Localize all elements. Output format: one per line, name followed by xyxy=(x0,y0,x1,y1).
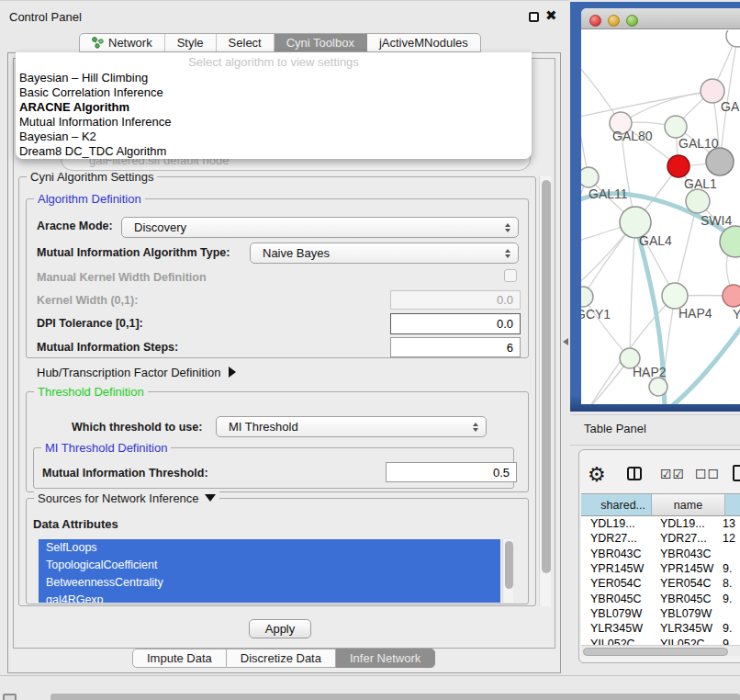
table-row[interactable]: YLR345WYLR345W9. xyxy=(581,621,740,636)
table-row[interactable]: YBR043CYBR043C xyxy=(581,547,740,561)
kernel-width-label: Kernel Width (0,1): xyxy=(37,294,138,307)
tab-discretize-data[interactable]: Discretize Data xyxy=(227,649,336,668)
apply-button[interactable]: Apply xyxy=(249,619,311,638)
table-row[interactable]: YDR27...YDR27...12 xyxy=(581,531,740,546)
algorithm-option[interactable]: Bayesian – Hill Climbing xyxy=(19,71,528,85)
node-label: SWI4 xyxy=(701,213,732,228)
network-node-gal11[interactable] xyxy=(581,167,599,187)
network-node-y[interactable] xyxy=(723,285,740,307)
gear-icon[interactable]: ⚙ xyxy=(588,463,606,486)
network-node-gcy1[interactable] xyxy=(581,287,593,307)
cell-shared-name: YBR045C xyxy=(581,593,652,605)
network-node-hap4[interactable] xyxy=(662,283,688,309)
table-row[interactable]: YBR045CYBR045C9. xyxy=(581,591,740,605)
network-node-gal10[interactable] xyxy=(665,116,687,138)
sources-title[interactable]: Sources for Network Inference xyxy=(34,491,219,505)
tab-cyni-toolbox[interactable]: Cyni Toolbox xyxy=(275,34,367,51)
unchecked-columns-icon[interactable]: ☐☐ xyxy=(695,467,720,481)
node-label: GAL80 xyxy=(612,129,653,143)
table-row[interactable]: YPR145WYPR145W9. xyxy=(581,561,740,576)
data-attributes-list[interactable]: SelfLoopsTopologicalCoefficientBetweenne… xyxy=(39,539,500,603)
algorithm-option[interactable]: Mutual Information Inference xyxy=(19,115,528,130)
splitter-collapse-icon[interactable] xyxy=(563,338,568,345)
combo-arrows-icon xyxy=(473,423,478,432)
cell-value: 8. xyxy=(723,577,740,590)
network-node[interactable] xyxy=(706,148,734,175)
network-window[interactable]: GALGAL80GAL10GAL1GAL11GAL4SWI4GCY1HAP4YH… xyxy=(581,8,740,404)
close-panel-icon[interactable]: ✖ xyxy=(545,7,557,24)
column-header-partial[interactable] xyxy=(725,493,740,516)
cell-shared-name: YBR043C xyxy=(581,548,652,560)
network-graph[interactable]: GALGAL80GAL10GAL1GAL11GAL4SWI4GCY1HAP4YH… xyxy=(581,30,740,404)
data-attribute-item[interactable]: gal4RGexp xyxy=(39,592,500,603)
cell-value: 12 xyxy=(723,532,740,545)
network-window-titlebar[interactable] xyxy=(581,8,740,29)
algorithm-option[interactable]: Bayesian – K2 xyxy=(19,130,528,144)
settings-scrollbar[interactable] xyxy=(539,176,551,606)
float-panel-icon[interactable] xyxy=(529,12,539,22)
table-hscrollbar-thumb[interactable] xyxy=(583,648,728,656)
collapse-down-icon xyxy=(205,494,216,502)
node-label: HAP2 xyxy=(633,365,667,379)
table-body[interactable]: YDL19...YDL19...13YDR27...YDR27...12YBR0… xyxy=(581,516,740,645)
zoom-window-icon[interactable] xyxy=(626,15,638,27)
cell-name: YBR045C xyxy=(652,593,723,605)
tab-impute-data[interactable]: Impute Data xyxy=(132,649,227,668)
close-window-icon[interactable] xyxy=(589,15,601,27)
tab-network[interactable]: Network xyxy=(80,34,165,51)
function-builder-icon[interactable] xyxy=(733,465,740,481)
minimized-window-icon[interactable] xyxy=(3,694,17,700)
cell-value: 13 xyxy=(723,517,740,530)
kernel-width-field[interactable]: 0.0 xyxy=(390,290,521,310)
tab-style[interactable]: Style xyxy=(165,34,217,51)
manual-kernel-width-checkbox[interactable] xyxy=(504,269,517,282)
tab-select[interactable]: Select xyxy=(217,34,275,51)
cell-value: 9. xyxy=(723,622,740,635)
table-row[interactable]: YDL19...YDL19...13 xyxy=(581,516,740,531)
dpi-tolerance-label: DPI Tolerance [0,1]: xyxy=(37,317,143,330)
tab-jactivemnodules[interactable]: jActiveMNodules xyxy=(367,34,480,51)
column-header-shared[interactable]: shared... xyxy=(581,493,652,516)
network-node[interactable] xyxy=(686,189,710,213)
network-node[interactable] xyxy=(726,30,740,47)
column-header-name[interactable]: name xyxy=(652,493,725,516)
attributes-scrollbar[interactable] xyxy=(502,539,513,603)
window-bottom-edge xyxy=(0,675,740,676)
table-hscrollbar[interactable] xyxy=(581,645,740,656)
network-node-gal1[interactable] xyxy=(667,155,690,177)
cell-name: YIL052C xyxy=(652,638,723,645)
mi-algorithm-type-combo[interactable]: Naive Bayes xyxy=(250,243,519,264)
cell-name: YLR345W xyxy=(652,622,723,635)
panel-divider xyxy=(570,445,740,446)
checked-columns-icon[interactable]: ☑☑ xyxy=(660,467,685,481)
which-threshold-combo[interactable]: MI Threshold xyxy=(216,416,487,437)
tab-infer-network[interactable]: Infer Network xyxy=(336,649,435,668)
settings-scrollbar-thumb[interactable] xyxy=(542,180,551,573)
aracne-mode-combo[interactable]: Discovery xyxy=(121,217,519,238)
mi-threshold-field[interactable]: 0.5 xyxy=(386,462,517,482)
data-attributes-label: Data Attributes xyxy=(33,517,118,531)
node-label: HAP4 xyxy=(678,306,712,321)
table-row[interactable]: YBL079WYBL079W xyxy=(581,606,740,621)
attributes-scrollbar-thumb[interactable] xyxy=(505,541,513,589)
cell-name: YDL19... xyxy=(652,517,723,530)
minimize-window-icon[interactable] xyxy=(608,15,620,27)
hub-definition-expander[interactable]: Hub/Transcription Factor Definition xyxy=(37,366,236,379)
network-canvas[interactable]: GALGAL80GAL10GAL1GAL11GAL4SWI4GCY1HAP4YH… xyxy=(581,30,740,404)
network-node[interactable] xyxy=(649,378,667,396)
algorithm-option[interactable]: Basic Correlation Inference xyxy=(19,85,528,100)
data-attribute-item[interactable]: TopologicalCoefficient xyxy=(39,557,500,574)
algorithm-dropdown-placeholder: Select algorithm to view settings xyxy=(16,55,532,69)
table-row[interactable]: YIL052CYIL052C9 xyxy=(581,636,740,645)
data-attribute-item[interactable]: SelfLoops xyxy=(39,539,500,557)
table-row[interactable]: YER054CYER054C8. xyxy=(581,576,740,591)
tab-label: Cyni Toolbox xyxy=(286,36,354,50)
algorithm-option[interactable]: ARACNE Algorithm xyxy=(19,100,528,115)
mi-steps-field[interactable]: 6 xyxy=(390,337,521,357)
split-columns-icon[interactable] xyxy=(627,467,642,480)
algorithm-dropdown[interactable]: Select algorithm to view settings Bayesi… xyxy=(16,52,532,159)
cell-shared-name: YDL19... xyxy=(581,517,652,530)
dpi-tolerance-field[interactable]: 0.0 xyxy=(390,313,521,334)
data-attribute-item[interactable]: BetweennessCentrality xyxy=(39,574,500,592)
algorithm-option[interactable]: Dream8 DC_TDC Algorithm xyxy=(19,144,528,159)
